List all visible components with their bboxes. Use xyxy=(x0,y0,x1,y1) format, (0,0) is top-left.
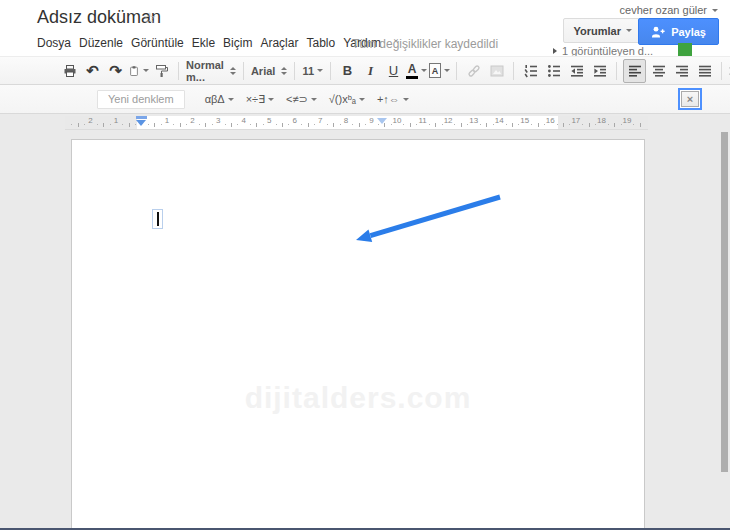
paste-button[interactable] xyxy=(128,60,149,82)
menu-tablo[interactable]: Tablo xyxy=(302,36,339,50)
ruler-tick xyxy=(327,124,328,125)
style-selector[interactable]: Normal m... xyxy=(184,59,238,83)
comments-button[interactable]: Yorumlar xyxy=(563,18,643,43)
ruler-tick xyxy=(614,123,615,127)
ruler-tick xyxy=(173,124,174,125)
ruler-tick xyxy=(122,124,123,125)
numbered-list-icon xyxy=(523,63,539,79)
font-label: Arial xyxy=(251,65,275,77)
save-status: Tüm değişiklikler kaydedildi xyxy=(352,37,498,51)
ruler-tick xyxy=(467,124,468,125)
share-button[interactable]: Paylaş xyxy=(638,18,719,45)
equation-group-label: <≠⊃ xyxy=(286,93,308,106)
left-indent-marker[interactable] xyxy=(136,120,146,126)
italic-button[interactable]: I xyxy=(360,60,381,82)
ruler-tick xyxy=(250,124,251,125)
increase-indent-button[interactable] xyxy=(589,60,610,82)
close-icon: × xyxy=(681,91,699,107)
toolbar-separator xyxy=(330,62,331,80)
close-equation-toolbar-button[interactable]: × xyxy=(678,88,702,110)
first-line-indent-marker[interactable] xyxy=(136,116,147,119)
equation-group-5[interactable]: +↑⇔ xyxy=(377,93,409,105)
toolbar-separator xyxy=(721,62,722,80)
ruler-number: 9 xyxy=(369,117,373,125)
ruler: 2112345678910111213141516171819 xyxy=(0,114,730,130)
menu-biçim[interactable]: Biçim xyxy=(219,36,256,50)
new-equation-button[interactable]: Yeni denklem xyxy=(97,90,185,109)
ruler-number: 8 xyxy=(344,117,348,125)
ruler-tick xyxy=(563,123,564,127)
ruler-tick xyxy=(71,124,72,125)
ruler-tick xyxy=(569,124,570,125)
align-center-icon xyxy=(651,63,667,79)
clipboard-icon xyxy=(128,63,140,79)
ruler-tick xyxy=(416,124,417,125)
print-button[interactable] xyxy=(59,60,80,82)
bold-button[interactable]: B xyxy=(337,60,358,82)
align-right-button[interactable] xyxy=(671,60,692,82)
ruler-tick xyxy=(595,124,596,125)
insert-link-button xyxy=(463,60,484,82)
chevron-down-icon xyxy=(311,98,317,104)
equation-placeholder-cursor[interactable] xyxy=(152,209,163,229)
highlight-icon: A xyxy=(429,63,441,78)
ruler-tick xyxy=(340,124,341,125)
ruler-tick xyxy=(621,124,622,125)
text-color-button[interactable]: A xyxy=(406,60,427,82)
ruler-tick xyxy=(314,124,315,125)
toolbar-separator xyxy=(294,62,295,80)
ruler-tick xyxy=(557,124,558,125)
underline-button[interactable]: U xyxy=(383,60,404,82)
font-selector[interactable]: Arial xyxy=(249,64,289,78)
font-size-selector[interactable]: 11 xyxy=(300,65,325,77)
equation-group-label: √()xᵇₐ xyxy=(329,93,356,105)
chevron-down-icon xyxy=(626,29,632,35)
ruler-tick xyxy=(129,123,130,127)
ruler-tick xyxy=(403,124,404,125)
chevron-down-icon xyxy=(712,9,718,15)
vertical-scrollbar-thumb[interactable] xyxy=(721,132,728,472)
highlight-color-button[interactable]: A xyxy=(429,60,450,82)
equation-group-2[interactable]: ×÷∃ xyxy=(246,93,274,106)
align-left-button[interactable] xyxy=(623,59,646,83)
ruler-number: 18 xyxy=(597,117,606,125)
align-center-button[interactable] xyxy=(648,60,669,82)
ruler-number: 16 xyxy=(546,117,555,125)
decrease-indent-button[interactable] xyxy=(566,60,587,82)
numbered-list-button[interactable] xyxy=(520,60,541,82)
menu-bar: DosyaDüzenleGörüntüleEkleBiçimAraçlarTab… xyxy=(33,36,385,50)
menu-ekle[interactable]: Ekle xyxy=(188,36,219,50)
ruler-tick xyxy=(365,124,366,125)
text-caret xyxy=(157,212,159,226)
document-area: 2112345678910111213141516171819 dijitald… xyxy=(0,114,730,530)
ruler-tick xyxy=(186,124,187,125)
redo-button[interactable]: ↷ xyxy=(105,60,126,82)
ruler-tick xyxy=(461,123,462,127)
ruler-tick xyxy=(84,124,85,125)
menu-düzenle[interactable]: Düzenle xyxy=(75,36,127,50)
menu-görüntüle[interactable]: Görüntüle xyxy=(127,36,188,50)
equation-group-3[interactable]: <≠⊃ xyxy=(286,93,317,106)
star-icon[interactable]: ☆ xyxy=(143,9,156,27)
chevron-down-icon xyxy=(143,69,149,75)
menu-araçlar[interactable]: Araçlar xyxy=(256,36,302,50)
ruler-tick xyxy=(518,124,519,125)
indent-marker[interactable] xyxy=(377,118,387,124)
text-color-icon: A xyxy=(406,63,418,79)
menu-dosya[interactable]: Dosya xyxy=(33,36,75,50)
equation-group-4[interactable]: √()xᵇₐ xyxy=(329,93,365,105)
ruler-number: 11 xyxy=(418,117,426,125)
watermark-text: dijitalders.com xyxy=(72,381,644,415)
undo-button[interactable]: ↶ xyxy=(82,60,103,82)
document-page[interactable]: dijitalders.com xyxy=(71,139,645,530)
ruler-number: 19 xyxy=(622,117,631,125)
paint-format-button[interactable] xyxy=(151,60,172,82)
ruler-number: 7 xyxy=(318,117,322,125)
bullet-list-button[interactable] xyxy=(543,60,564,82)
ruler-tick xyxy=(486,123,487,127)
ruler-tick xyxy=(180,123,181,127)
ruler-number: 17 xyxy=(571,117,580,125)
align-justify-button[interactable] xyxy=(694,60,715,82)
account-menu[interactable]: cevher ozan güler xyxy=(620,4,718,16)
equation-group-1[interactable]: αβΔ xyxy=(205,93,234,105)
